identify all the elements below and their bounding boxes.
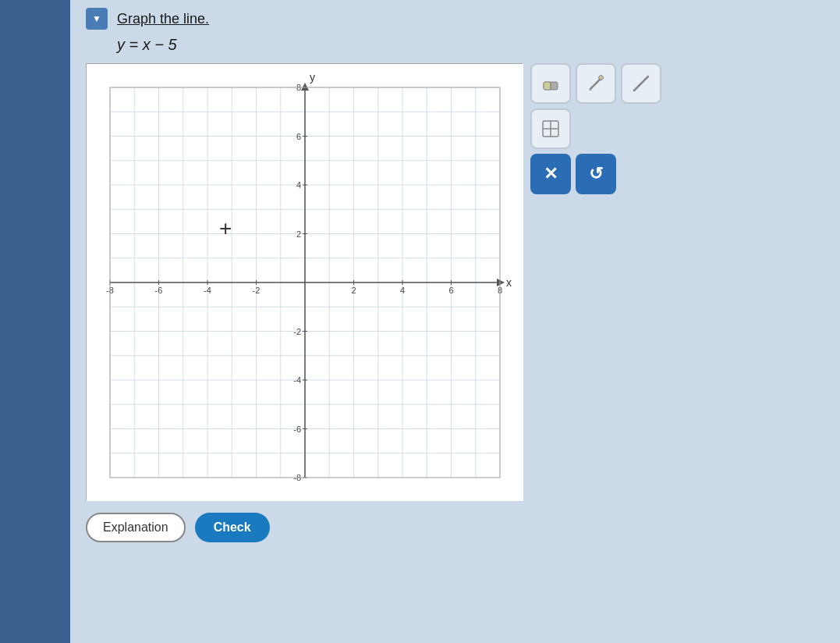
svg-rect-1 (544, 82, 551, 90)
table-button[interactable] (530, 108, 571, 149)
left-panel (0, 0, 70, 643)
instruction-underlined: Graph (117, 11, 156, 27)
toolbar-row-3: ✕ ↺ (530, 154, 661, 194)
undo-button[interactable]: ↺ (576, 154, 616, 194)
graph-container[interactable]: + (86, 63, 523, 500)
instruction-title: Graph the line. (117, 11, 209, 27)
check-button[interactable]: Check (195, 513, 270, 542)
clear-button[interactable]: ✕ (530, 154, 571, 194)
toolbar-row-1 (530, 63, 661, 104)
equation-display: y = x − 5 (117, 36, 824, 54)
table-icon (540, 118, 562, 140)
instruction-rest: the line. (156, 11, 209, 27)
pencil-button[interactable] (576, 63, 616, 104)
line-tool-button[interactable] (621, 63, 661, 104)
header-bar: Graph the line. (86, 8, 824, 30)
eraser-button[interactable] (530, 63, 571, 104)
toolbar: ✕ ↺ (530, 63, 661, 194)
eraser-icon (540, 73, 562, 94)
explanation-button[interactable]: Explanation (86, 513, 186, 542)
svg-line-6 (634, 76, 648, 91)
line-tool-icon (630, 73, 652, 94)
pencil-icon (585, 73, 607, 94)
chevron-down-button[interactable] (86, 8, 108, 30)
bottom-buttons: Explanation Check (86, 513, 824, 542)
graph-toolbar-row: + (86, 63, 824, 500)
main-content: Graph the line. y = x − 5 + (70, 0, 840, 643)
toolbar-row-2 (530, 108, 661, 149)
